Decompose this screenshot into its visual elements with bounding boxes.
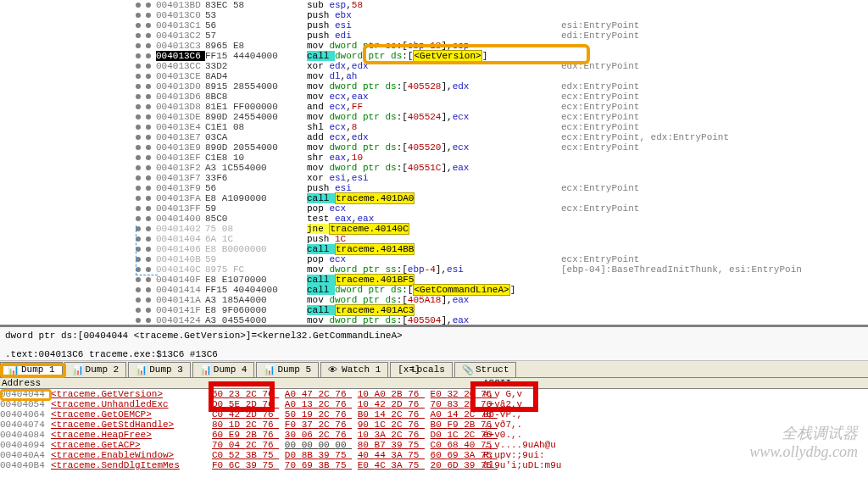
info-pane: dword ptr ds:[00404044 <traceme.GetVersi… <box>0 325 868 361</box>
address[interactable]: 004013F2 <box>156 163 205 173</box>
disasm-row[interactable]: 004013FF59pop ecxecx:EntryPoint <box>0 203 868 214</box>
address[interactable]: 004013E9 <box>156 142 205 153</box>
disasm-row[interactable]: 004013C053push ebx <box>0 10 868 20</box>
disasm-row[interactable]: 0040140085C0test eax,eax <box>0 214 868 224</box>
address[interactable]: 004013DE <box>156 112 205 122</box>
address[interactable]: 004013FF <box>156 203 205 214</box>
address[interactable]: 004013F7 <box>156 173 205 183</box>
address[interactable]: 004013BD <box>156 0 205 10</box>
disasm-row[interactable]: 004013C6FF15 44404000call dword ptr ds:[… <box>0 51 868 61</box>
tab-watch-1[interactable]: 👁Watch 1 <box>320 362 388 377</box>
disasm-row[interactable]: 004013D08915 28554000mov dword ptr ds:[4… <box>0 81 868 92</box>
dump-pane[interactable]: Address ASCII 00404044<traceme.GetVersio… <box>0 378 868 478</box>
dump-hex: C0 52 3B 75 D0 8B 39 75 40 44 3A 75 60 6… <box>212 450 483 460</box>
disasm-row[interactable]: 004013F956push esiecx:EntryPoint <box>0 183 868 193</box>
disasm-row[interactable]: 004013C156push esiesi:EntryPoint <box>0 20 868 31</box>
address[interactable]: 004013F9 <box>156 183 205 193</box>
tab-dump-4[interactable]: 📊Dump 4 <box>192 362 255 377</box>
disasm-row[interactable]: 004013FAE8 A1090000call traceme.401DA0 <box>0 193 868 203</box>
disasm-row[interactable]: 004013EFC1E8 10shr eax,10 <box>0 153 868 163</box>
address[interactable]: 0040140C <box>156 264 205 275</box>
address[interactable]: 004013FA <box>156 193 205 203</box>
xref <box>561 295 866 305</box>
disasm-row[interactable]: 004013CE8AD4mov dl,ah <box>0 71 868 81</box>
disasm-row[interactable]: 0040141AA3 185A4000mov dword ptr ds:[405… <box>0 295 868 305</box>
address[interactable]: 004013C6 <box>156 51 205 61</box>
dump-ascii: .,v....9uAh@u <box>483 440 585 450</box>
address[interactable]: 004013D0 <box>156 81 205 92</box>
address[interactable]: 00401400 <box>156 214 205 224</box>
bytes: 8BC8 <box>205 92 307 102</box>
dump-symbol: <traceme.GetStdHandle> <box>51 420 212 430</box>
bytes: 53 <box>205 10 307 20</box>
disasm-row[interactable]: 004013F2A3 1C554000mov dword ptr ds:[405… <box>0 163 868 173</box>
address[interactable]: 004013D6 <box>156 92 205 102</box>
xref: ecx:EntryPoint, edx:EntryPoint <box>561 132 866 142</box>
dump-row[interactable]: 00404084<traceme.HeapFree>60 E9 2B 76 30… <box>0 430 868 440</box>
disasm-row[interactable]: 0040141FE8 9F060000call traceme.401AC3 <box>0 305 868 315</box>
tab-dump-2[interactable]: 📊Dump 2 <box>64 362 127 377</box>
disasm-row[interactable]: 00401414FF15 40404000call dword ptr ds:[… <box>0 285 868 295</box>
address[interactable]: 00401404 <box>156 234 205 244</box>
address[interactable]: 0040140F <box>156 275 205 285</box>
disasm-row[interactable]: 00401424A3 04554000mov dword ptr ds:[405… <box>0 315 868 325</box>
xref <box>561 51 866 61</box>
bytes: 56 <box>205 20 307 31</box>
disasm-row[interactable]: 004013E703CAadd ecx,edxecx:EntryPoint, e… <box>0 132 868 142</box>
tab-locals[interactable]: [x=]Locals <box>390 362 453 377</box>
address[interactable]: 004013E4 <box>156 122 205 132</box>
address[interactable]: 004013CE <box>156 71 205 81</box>
dump-row[interactable]: 00404054<traceme.UnhandledExcD0 5E 2D 76… <box>0 399 868 409</box>
address[interactable]: 004013EF <box>156 153 205 163</box>
address[interactable]: 0040141A <box>156 295 205 305</box>
tab-dump-3[interactable]: 📊Dump 3 <box>128 362 191 377</box>
address[interactable]: 0040140B <box>156 254 205 264</box>
bytes: 6A 1C <box>205 234 307 244</box>
address[interactable]: 004013D8 <box>156 102 205 112</box>
address[interactable]: 004013C3 <box>156 41 205 51</box>
address[interactable]: 004013CC <box>156 61 205 71</box>
disasm-row[interactable]: 0040140B59pop ecxecx:EntryPoint <box>0 254 868 264</box>
dump-row[interactable]: 00404044<traceme.GetVersion>60 23 2C 76 … <box>0 389 868 399</box>
bytes: C1E8 10 <box>205 153 307 163</box>
address[interactable]: 00401402 <box>156 224 205 234</box>
instruction: mov ecx,eax <box>307 92 561 102</box>
disasm-row[interactable]: 004013CC33D2xor edx,edxedx:EntryPoint <box>0 61 868 71</box>
xref: ecx:EntryPoint <box>561 112 866 122</box>
dump-row[interactable]: 00404074<traceme.GetStdHandle>80 1D 2C 7… <box>0 420 868 430</box>
disasm-row[interactable]: 004013C257push ediedi:EntryPoint <box>0 31 868 41</box>
disasm-row[interactable]: 004013E9890D 20554000mov dword ptr ds:[4… <box>0 142 868 153</box>
disasm-row[interactable]: 004014046A 1Cpush 1C <box>0 234 868 244</box>
disasm-row[interactable]: 0040140275 08jne traceme.40140C <box>0 224 868 234</box>
disasm-row[interactable]: 004013E4C1E1 08shl ecx,8ecx:EntryPoint <box>0 122 868 132</box>
dump-hex: 80 1D 2C 76 F0 37 2C 76 90 1C 2C 76 B0 F… <box>212 420 483 430</box>
dump-tabs[interactable]: 📊Dump 1📊Dump 2📊Dump 3📊Dump 4📊Dump 5👁Watc… <box>0 361 868 378</box>
tab-dump-1[interactable]: 📊Dump 1 <box>0 362 63 377</box>
dump-row[interactable]: 004040A4<traceme.EnableWindow>C0 52 3B 7… <box>0 450 868 460</box>
disasm-row[interactable]: 004013D68BC8mov ecx,eaxecx:EntryPoint <box>0 92 868 102</box>
dump-row[interactable]: 004040B4<traceme.SendDlgItemMesF0 6C 39 … <box>0 460 868 470</box>
bytes: E8 A1090000 <box>205 193 307 203</box>
disasm-row[interactable]: 004013D881E1 FF000000and ecx,FFecx:Entry… <box>0 102 868 112</box>
address[interactable]: 004013C1 <box>156 20 205 31</box>
tab-struct[interactable]: 📎Struct <box>454 362 517 377</box>
disasm-row[interactable]: 004013DE890D 24554000mov dword ptr ds:[4… <box>0 112 868 122</box>
dump-row[interactable]: 00404094<traceme.GetACP>70 04 2C 76 00 0… <box>0 440 868 450</box>
address[interactable]: 004013C2 <box>156 31 205 41</box>
address[interactable]: 00401424 <box>156 315 205 325</box>
dump-header: Address ASCII <box>0 378 868 389</box>
disasm-row[interactable]: 0040140C8975 FCmov dword ptr ss:[ebp-4],… <box>0 264 868 275</box>
disasm-row[interactable]: 00401406E8 B0000000call traceme.4014BB <box>0 244 868 254</box>
address[interactable]: 004013E7 <box>156 132 205 142</box>
address[interactable]: 00401406 <box>156 244 205 254</box>
disassembly-pane[interactable]: 004013BD83EC 58sub esp,58004013C053push … <box>0 0 868 325</box>
address[interactable]: 0040141F <box>156 305 205 315</box>
address[interactable]: 004013C0 <box>156 10 205 20</box>
dump-row[interactable]: 00404064<traceme.GetOEMCP>C0 42 2D 76 50… <box>0 409 868 420</box>
disasm-row[interactable]: 004013BD83EC 58sub esp,58 <box>0 0 868 10</box>
dump-hex: F0 6C 39 75 70 69 3B 75 E0 4C 3A 75 20 6… <box>212 460 483 470</box>
disasm-row[interactable]: 004013F733F6xor esi,esi <box>0 173 868 183</box>
tab-dump-5[interactable]: 📊Dump 5 <box>256 362 319 377</box>
locals-icon: [x=] <box>398 364 408 375</box>
address[interactable]: 00401414 <box>156 285 205 295</box>
